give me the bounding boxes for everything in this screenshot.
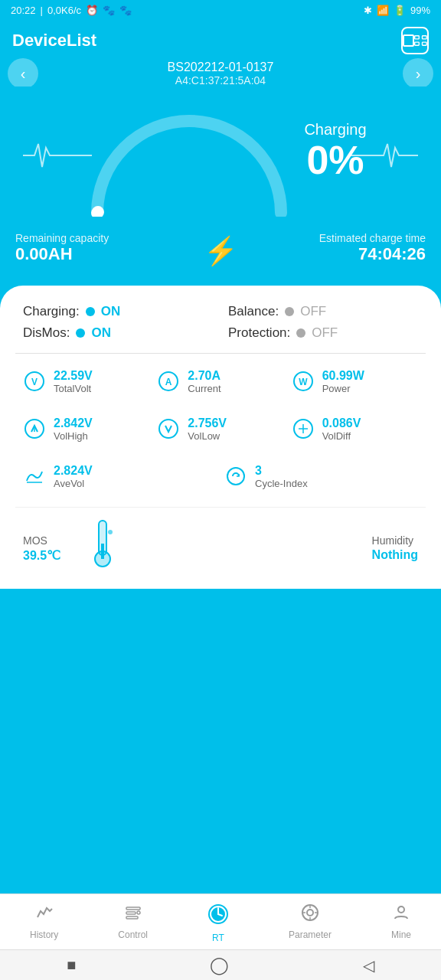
charging-value: ON (101, 304, 121, 319)
status-bar: 20:22 | 0,0K6/c ⏰ 🐾 🐾 ✱ 📶 🔋 99% (0, 0, 441, 21)
svg-text:W: W (299, 377, 308, 387)
control-label: Control (118, 929, 148, 940)
remaining-capacity: Remaining capacity 0.00AH (15, 232, 201, 264)
volhigh-metric: 2.842V VolHigh (23, 410, 149, 450)
vollow-info: 2.756V VolLow (188, 416, 227, 442)
rt-icon (207, 903, 229, 929)
svg-text:V: V (31, 377, 38, 387)
humidity: Humidity Nothing (372, 534, 418, 562)
gauge-svg (74, 94, 304, 217)
dismos-value: ON (91, 325, 111, 341)
volhigh-info: 2.842V VolHigh (54, 416, 93, 442)
mine-label: Mine (391, 929, 411, 940)
alarm-icon: ⏰ (86, 5, 98, 16)
parameter-icon (301, 903, 319, 926)
rt-label: RT (212, 933, 224, 943)
totalvolt-value: 22.59V (54, 369, 93, 383)
avevol-icon (23, 466, 46, 492)
gauge-area: Charging 0% (15, 94, 426, 217)
charging-bolt-icon: ⚡ (201, 232, 240, 270)
signal-icon: 📶 (377, 5, 389, 16)
nav-mine[interactable]: Mine (379, 900, 423, 949)
page-title: DeviceList (12, 31, 96, 51)
cycleindex-icon (224, 466, 247, 492)
cycleindex-label: Cycle-Index (255, 478, 308, 489)
voldiff-value: 0.086V (322, 416, 361, 430)
humidity-value: Nothing (372, 548, 418, 562)
temperature-section: MOS 39.5℃ Humidity Nothing (15, 508, 426, 589)
device-text: BS202212-01-0137 A4:C1:37:21:5A:04 (0, 60, 441, 87)
svg-rect-22 (126, 907, 140, 910)
ecg-left-icon (23, 136, 92, 175)
mos-label: MOS (23, 534, 60, 547)
svg-rect-3 (423, 42, 427, 45)
thermometer-icon (83, 517, 122, 580)
svg-point-21 (108, 530, 113, 534)
remaining-label: Remaining capacity (15, 232, 201, 244)
scan-icon[interactable] (401, 27, 429, 54)
estimated-charge: Estimated charge time 74:04:26 (240, 232, 426, 264)
android-circle[interactable]: ◯ (210, 956, 229, 975)
control-icon (124, 903, 142, 926)
status-right: ✱ 📶 🔋 99% (364, 5, 430, 16)
svg-rect-23 (126, 912, 136, 914)
svg-point-36 (398, 906, 404, 913)
current-icon: A (157, 371, 180, 397)
protection-value: OFF (312, 325, 338, 341)
avevol-value: 2.824V (54, 464, 93, 478)
data-rate: 0,0K6/c (47, 5, 81, 16)
mos-value: 39.5℃ (23, 548, 60, 563)
nav-parameter[interactable]: Parameter (276, 900, 344, 949)
humidity-label: Humidity (372, 534, 418, 547)
battery-icon: 🔋 (394, 5, 406, 16)
time: 20:22 (11, 5, 36, 16)
status-indicators: Charging: ON Balance: OFF DisMos: ON Pro… (15, 301, 426, 354)
current-metric: A 2.70A Current (157, 363, 283, 403)
cycleindex-metric: 3 Cycle-Index (224, 458, 418, 498)
balance-label: Balance: (228, 304, 279, 319)
volhigh-value: 2.842V (54, 416, 93, 430)
svg-point-25 (137, 911, 140, 914)
device-info: ‹ BS202212-01-0137 A4:C1:37:21:5A:04 › (0, 57, 441, 87)
balance-value: OFF (300, 304, 326, 319)
balance-indicator: Balance: OFF (228, 304, 418, 319)
charging-indicator: Charging: ON (23, 304, 213, 319)
charging-dot (86, 307, 95, 316)
svg-point-17 (227, 468, 244, 485)
vollow-label: VolLow (188, 430, 227, 442)
white-card: Charging: ON Balance: OFF DisMos: ON Pro… (0, 286, 441, 589)
android-square[interactable]: ■ (67, 956, 76, 974)
charging-status: Charging (304, 121, 366, 139)
avevol-info: 2.824V AveVol (54, 464, 93, 489)
voldiff-label: VolDiff (322, 430, 361, 442)
nav-history[interactable]: History (18, 900, 70, 949)
voldiff-metric: 0.086V VolDiff (292, 410, 418, 450)
svg-rect-20 (101, 544, 104, 559)
vollow-metric: 2.756V VolLow (157, 410, 283, 450)
nav-control[interactable]: Control (106, 900, 160, 949)
mine-icon (392, 903, 410, 926)
avevol-label: AveVol (54, 478, 93, 489)
metrics-row-1: V 22.59V TotalVolt A 2.70A Current (23, 363, 418, 403)
battery-percent: 99% (410, 5, 430, 16)
charge-percent: 0% (304, 139, 366, 182)
gauge-container: Charging 0% (0, 87, 441, 232)
next-device-button[interactable]: › (403, 58, 433, 89)
metrics-row-3: 2.824V AveVol 3 Cycle-Index (23, 458, 418, 498)
dismos-indicator: DisMos: ON (23, 325, 213, 341)
data-speed: | (41, 5, 43, 16)
icon2: 🐾 (119, 5, 132, 16)
icon1: 🐾 (103, 5, 115, 16)
volhigh-icon (23, 418, 46, 444)
svg-point-12 (159, 420, 178, 438)
power-info: 60.99W Power (322, 369, 364, 394)
mos-temp: MOS 39.5℃ (23, 534, 60, 563)
nav-rt[interactable]: RT (195, 900, 241, 949)
estimated-label: Estimated charge time (240, 232, 426, 244)
svg-rect-24 (126, 916, 138, 919)
android-nav: ■ ◯ ◁ (0, 949, 441, 980)
current-value: 2.70A (188, 369, 220, 383)
android-back[interactable]: ◁ (363, 956, 374, 975)
voldiff-icon (292, 418, 315, 444)
protection-indicator: Protection: OFF (228, 325, 418, 341)
